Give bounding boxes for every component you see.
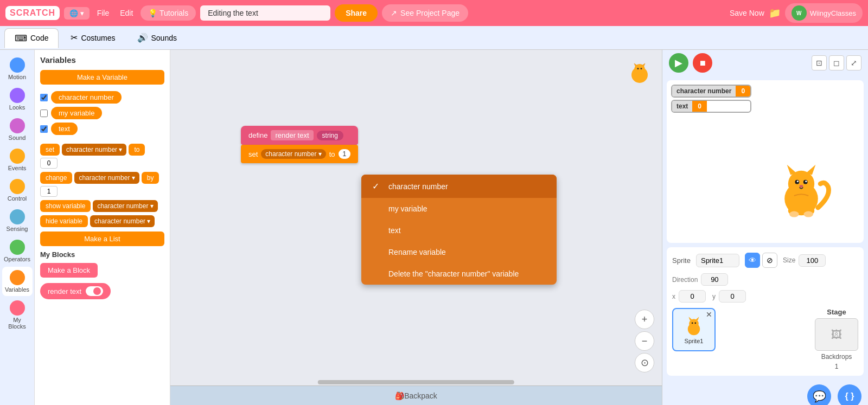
- var-chip-myvar[interactable]: my variable: [51, 107, 102, 119]
- x-input[interactable]: [679, 290, 706, 303]
- canvas-scrollbar[interactable]: [318, 380, 514, 384]
- scratch-logo[interactable]: SCRATCH: [5, 6, 60, 20]
- direction-input[interactable]: [701, 273, 728, 286]
- sidebar-item-sensing[interactable]: Sensing: [2, 206, 33, 235]
- render-text-toggle[interactable]: [86, 286, 103, 296]
- green-flag-button[interactable]: ▶: [669, 53, 688, 73]
- sidebar-item-sound[interactable]: Sound: [2, 115, 33, 144]
- change-keyword[interactable]: change: [40, 172, 72, 184]
- define-param: string: [317, 131, 343, 140]
- y-group: y: [712, 290, 746, 303]
- edit-menu[interactable]: Edit: [117, 7, 136, 20]
- make-block-button[interactable]: Make a Block: [40, 263, 98, 278]
- show-hidden-button[interactable]: ⊘: [762, 253, 777, 268]
- block-stack: define render text string set character …: [241, 126, 358, 163]
- tab-code[interactable]: ⌨ Code: [4, 28, 59, 48]
- size-input[interactable]: [799, 254, 826, 267]
- var-item-myvar: my variable: [40, 107, 164, 119]
- sidebar-item-control[interactable]: Control: [2, 176, 33, 205]
- dropdown-item-rename[interactable]: Rename variable: [361, 241, 557, 263]
- sidebar-item-myblocks[interactable]: My Blocks: [2, 297, 33, 333]
- sprite-label: Sprite: [672, 256, 691, 265]
- y-input[interactable]: [719, 290, 746, 303]
- zoom-reset-button[interactable]: ⊙: [635, 353, 654, 372]
- define-keyword: define: [248, 131, 267, 139]
- myblocks-dot: [10, 300, 25, 316]
- tab-costumes[interactable]: ✂ Costumes: [61, 28, 125, 47]
- sensing-label: Sensing: [7, 226, 28, 232]
- project-title-input[interactable]: [200, 5, 330, 21]
- small-stage-button[interactable]: ⊡: [812, 55, 827, 70]
- stage-preview: character number 0 text 0: [667, 80, 864, 243]
- main-area: Motion Looks Sound Events Control Sensin…: [0, 50, 868, 405]
- change-value-input[interactable]: [40, 186, 58, 197]
- svg-point-11: [805, 181, 807, 182]
- stage-cat-svg: [771, 160, 831, 220]
- sidebar-item-events[interactable]: Events: [2, 145, 33, 175]
- sidebar-item-operators[interactable]: Operators: [2, 236, 33, 266]
- save-now-button[interactable]: Save Now: [730, 9, 764, 17]
- sprite-thumb-sprite1[interactable]: ✕ Sprite1: [672, 308, 716, 351]
- dropdown-item-text[interactable]: text: [361, 220, 557, 241]
- chat-button[interactable]: 💬: [807, 384, 831, 405]
- hide-var-keyword[interactable]: hide variable: [40, 215, 88, 227]
- tab-sounds[interactable]: 🔊 Sounds: [127, 28, 187, 47]
- charnum-monitor: character number 0: [671, 85, 751, 98]
- code-shortcut-button[interactable]: { }: [838, 384, 861, 405]
- var-item-text: text: [40, 123, 164, 135]
- dropdown-item-myvar[interactable]: my variable: [361, 198, 557, 220]
- set-keyword[interactable]: set: [40, 144, 60, 156]
- zoom-out-button[interactable]: −: [635, 331, 654, 351]
- set-var-dropdown[interactable]: character number ▾: [62, 144, 126, 156]
- show-visible-button[interactable]: 👁: [745, 253, 760, 268]
- sidebar-item-motion[interactable]: Motion: [2, 54, 33, 83]
- folder-icon-button[interactable]: 📁: [769, 7, 781, 19]
- change-var-dropdown[interactable]: character number ▾: [74, 172, 139, 184]
- var-chip-charnum[interactable]: character number: [51, 91, 122, 104]
- show-var-dropdown[interactable]: character number ▾: [93, 200, 157, 212]
- make-variable-button[interactable]: Make a Variable: [40, 70, 164, 85]
- set-value-input[interactable]: [40, 158, 58, 169]
- fullscreen-button[interactable]: ⤢: [846, 55, 861, 70]
- dropdown-item-delete[interactable]: Delete the "character number" variable: [361, 263, 557, 285]
- var-checkbox-charnum[interactable]: [40, 94, 48, 101]
- var-checkbox-text[interactable]: [40, 125, 48, 133]
- hide-var-dropdown[interactable]: character number ▾: [90, 215, 155, 227]
- backpack-bar[interactable]: 🎒 Backpack: [170, 385, 662, 405]
- svg-point-16: [803, 211, 813, 217]
- normal-stage-button[interactable]: ◻: [829, 55, 844, 70]
- svg-point-12: [800, 185, 803, 187]
- define-block-container[interactable]: define render text string set character …: [241, 126, 358, 163]
- tutorials-button[interactable]: 💡 Tutorials: [141, 5, 196, 21]
- canvas-area[interactable]: define render text string set character …: [170, 50, 662, 405]
- sidebar-item-looks[interactable]: Looks: [2, 85, 33, 114]
- define-block-name: render text: [271, 130, 313, 140]
- right-panel: ▶ ⏹ ⊡ ◻ ⤢ character number 0 text 0: [662, 50, 868, 405]
- see-project-button[interactable]: ↗ See Project Page: [382, 4, 468, 22]
- set-var-pill[interactable]: character number ▾: [261, 149, 326, 159]
- blocks-panel: Variables Make a Variable character numb…: [35, 50, 170, 405]
- stop-button[interactable]: ⏹: [693, 53, 712, 73]
- var-checkbox-myvar[interactable]: [40, 110, 48, 117]
- user-avatar[interactable]: W WiingyClasses: [785, 3, 863, 23]
- share-button[interactable]: Share: [335, 4, 378, 22]
- sidebar-item-variables[interactable]: Variables: [2, 267, 33, 296]
- sprite-delete-icon[interactable]: ✕: [706, 310, 712, 319]
- render-text-block[interactable]: render text: [40, 283, 111, 299]
- show-var-keyword[interactable]: show variable: [40, 200, 91, 212]
- hide-block-row: hide variable character number ▾: [40, 215, 164, 227]
- top-bar: SCRATCH 🌐 ▾ File Edit 💡 Tutorials Share …: [0, 0, 868, 26]
- set-block-canvas[interactable]: set character number ▾ to 1: [241, 145, 358, 163]
- file-menu[interactable]: File: [94, 7, 113, 20]
- dropdown-item-charnum[interactable]: ✓ character number: [361, 175, 557, 198]
- var-chip-text[interactable]: text: [51, 123, 78, 135]
- stage-controls: ▶ ⏹ ⊡ ◻ ⤢: [662, 50, 868, 76]
- show-buttons: 👁 ⊘: [745, 253, 777, 268]
- svg-marker-19: [688, 317, 692, 320]
- language-button[interactable]: 🌐 ▾: [64, 7, 90, 20]
- sprite-name-input[interactable]: [696, 254, 739, 267]
- stage-backdrop-thumb[interactable]: 🖼: [815, 318, 858, 351]
- define-block[interactable]: define render text string: [241, 126, 358, 145]
- make-list-button[interactable]: Make a List: [40, 232, 164, 246]
- zoom-in-button[interactable]: +: [635, 310, 654, 329]
